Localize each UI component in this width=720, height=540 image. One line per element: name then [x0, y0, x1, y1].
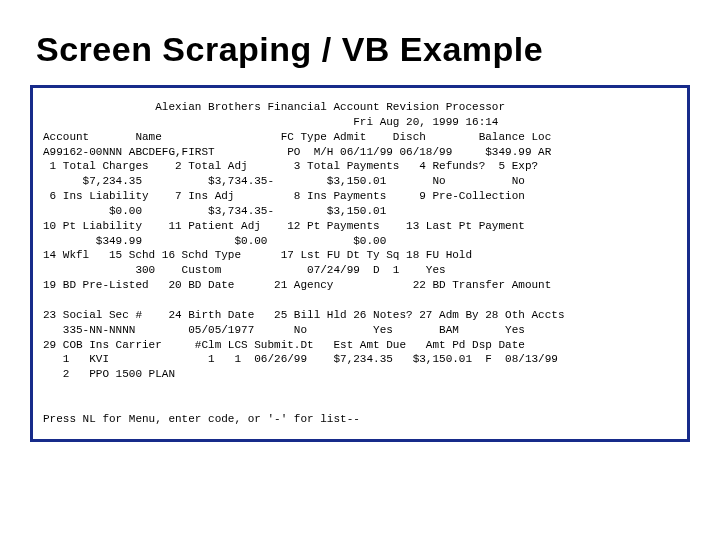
line-prompt: Press NL for Menu, enter code, or '-' fo…	[43, 413, 360, 425]
line-row-1: 1 Total Charges 2 Total Adj 3 Total Paym…	[43, 160, 538, 172]
line-record: A99162-00NNN ABCDEFG,FIRST PO M/H 06/11/…	[43, 146, 551, 158]
line-row-14v: 300 Custom 07/24/99 D 1 Yes	[43, 264, 446, 276]
line-row-6: 6 Ins Liability 7 Ins Adj 8 Ins Payments…	[43, 190, 525, 202]
line-row-29a: 1 KVI 1 1 06/26/99 $7,234.35 $3,150.01 F…	[43, 353, 558, 365]
line-row-19: 19 BD Pre-Listed 20 BD Date 21 Agency 22…	[43, 279, 551, 291]
line-row-14: 14 Wkfl 15 Schd 16 Schd Type 17 Lst FU D…	[43, 249, 472, 261]
line-row-10v: $349.99 $0.00 $0.00	[43, 235, 386, 247]
slide: Screen Scraping / VB Example Alexian Bro…	[0, 0, 720, 540]
slide-title: Screen Scraping / VB Example	[36, 30, 690, 69]
terminal-content: Alexian Brothers Financial Account Revis…	[43, 100, 677, 427]
line-row-1v: $7,234.35 $3,734.35- $3,150.01 No No	[43, 175, 525, 187]
line-columns: Account Name FC Type Admit Disch Balance…	[43, 131, 551, 143]
line-row-29b: 2 PPO 1500 PLAN	[43, 368, 175, 380]
line-row-23v: 335-NN-NNNN 05/05/1977 No Yes BAM Yes	[43, 324, 525, 336]
line-row-6v: $0.00 $3,734.35- $3,150.01	[43, 205, 386, 217]
line-header-1: Alexian Brothers Financial Account Revis…	[43, 101, 505, 113]
line-header-2: Fri Aug 20, 1999 16:14	[43, 116, 498, 128]
line-row-10: 10 Pt Liability 11 Patient Adj 12 Pt Pay…	[43, 220, 525, 232]
line-row-29: 29 COB Ins Carrier #Clm LCS Submit.Dt Es…	[43, 339, 525, 351]
terminal-screen: Alexian Brothers Financial Account Revis…	[30, 85, 690, 442]
line-row-23: 23 Social Sec # 24 Birth Date 25 Bill Hl…	[43, 309, 565, 321]
